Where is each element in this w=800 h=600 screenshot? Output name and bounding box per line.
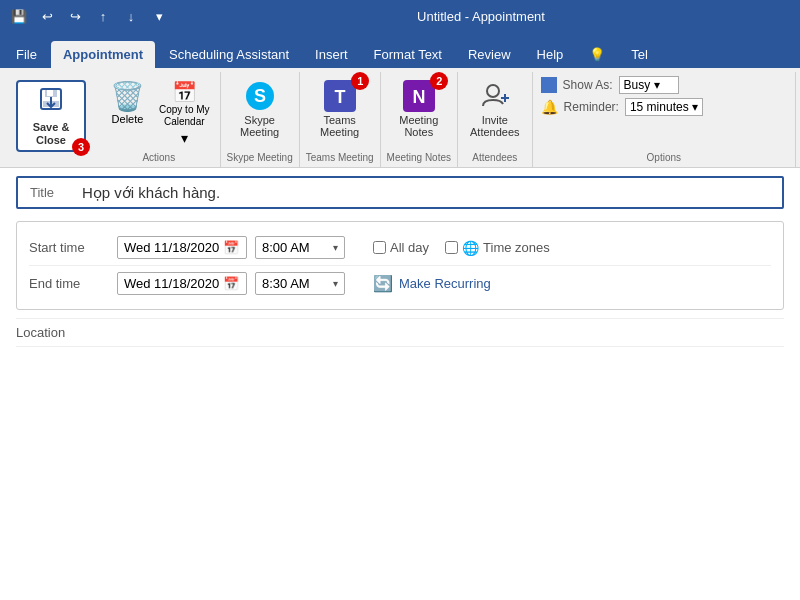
actions-top: 🗑️ Delete 📅 Copy to MyCalendar ▾	[104, 76, 214, 150]
content-area: Title Start time Wed 11/18/2020 📅 8:00 A…	[0, 168, 800, 600]
tab-tel[interactable]: Tel	[619, 41, 660, 68]
svg-point-10	[487, 85, 499, 97]
tab-insert[interactable]: Insert	[303, 41, 360, 68]
teams-label: Teams Meeting	[306, 150, 374, 163]
teams-meeting-button[interactable]: T Teams Meeting 1	[314, 76, 365, 142]
allday-timezone-area: All day 🌐 Time zones	[373, 240, 550, 256]
tab-appointment[interactable]: Appointment	[51, 41, 155, 68]
invite-icon	[479, 80, 511, 112]
up-btn[interactable]: ↑	[92, 5, 114, 27]
skype-meeting-button[interactable]: S Skype Meeting	[234, 76, 285, 142]
show-as-label: Show As:	[563, 78, 613, 92]
skype-icon: S	[244, 80, 276, 112]
timezone-checkbox[interactable]	[445, 241, 458, 254]
location-row: Location	[16, 318, 784, 347]
allday-checkbox-area[interactable]: All day	[373, 240, 429, 255]
quick-access-toolbar: 💾 ↩ ↪ ↑ ↓ ▾	[8, 5, 170, 27]
title-input[interactable]	[78, 178, 782, 207]
tab-review[interactable]: Review	[456, 41, 523, 68]
start-time-picker[interactable]: 8:00 AM ▾	[255, 236, 345, 259]
start-time-label: Start time	[29, 240, 109, 255]
delete-button[interactable]: 🗑️ Delete	[104, 76, 151, 129]
start-calendar-icon: 📅	[223, 240, 239, 255]
actions-label: Actions	[104, 150, 214, 163]
location-label: Location	[16, 325, 96, 340]
form-area: Title Start time Wed 11/18/2020 📅 8:00 A…	[0, 168, 800, 600]
start-time-arrow: ▾	[333, 242, 338, 253]
save-close-label: Save &Close	[33, 121, 70, 147]
end-time-arrow: ▾	[333, 278, 338, 289]
svg-rect-3	[47, 90, 53, 96]
more-qat-btn[interactable]: ▾	[148, 5, 170, 27]
options-label: Options	[541, 150, 787, 163]
svg-text:S: S	[254, 86, 266, 106]
attendees-group: Invite Attendees Attendees	[458, 72, 533, 167]
skype-label: Skype Meeting	[227, 150, 293, 163]
down-btn[interactable]: ↓	[120, 5, 142, 27]
save-close-icon	[37, 85, 65, 119]
show-as-row: Show As: Busy ▾	[541, 76, 787, 94]
tab-file[interactable]: File	[4, 41, 49, 68]
end-time-picker[interactable]: 8:30 AM ▾	[255, 272, 345, 295]
show-as-dropdown[interactable]: Busy ▾	[619, 76, 679, 94]
redo-btn[interactable]: ↪	[64, 5, 86, 27]
ribbon: Save &Close 3 🗑️ Delete 📅 Copy to MyCale…	[0, 68, 800, 168]
teams-icon: T	[324, 80, 356, 112]
ribbon-tabs: File Appointment Scheduling Assistant In…	[0, 32, 800, 68]
tab-scheduling[interactable]: Scheduling Assistant	[157, 41, 301, 68]
datetime-section: Start time Wed 11/18/2020 📅 8:00 AM ▾ Al…	[16, 221, 784, 310]
reminder-row: 🔔 Reminder: 15 minutes ▾	[541, 98, 787, 116]
meeting-notes-label: Meeting Notes	[387, 150, 451, 163]
timezone-label: Time zones	[483, 240, 550, 255]
timezone-button[interactable]: 🌐 Time zones	[445, 240, 550, 256]
allday-checkbox[interactable]	[373, 241, 386, 254]
meeting-notes-button[interactable]: N Meeting Notes 2	[393, 76, 444, 142]
svg-text:N: N	[412, 87, 425, 107]
options-group: Show As: Busy ▾ 🔔 Reminder: 15 minutes ▾…	[533, 72, 796, 167]
badge-1: 1	[351, 72, 369, 90]
tab-formattext[interactable]: Format Text	[362, 41, 454, 68]
badge-3: 3	[72, 138, 90, 156]
bell-icon: 🔔	[541, 99, 558, 115]
badge-2: 2	[430, 72, 448, 90]
end-time-label: End time	[29, 276, 109, 291]
end-date-picker[interactable]: Wed 11/18/2020 📅	[117, 272, 247, 295]
title-label: Title	[18, 179, 78, 206]
start-time-row: Start time Wed 11/18/2020 📅 8:00 AM ▾ Al…	[29, 230, 771, 265]
save-close-button[interactable]: Save &Close 3	[16, 80, 86, 152]
skype-meeting-group: S Skype Meeting Skype Meeting	[221, 72, 300, 167]
allday-label: All day	[390, 240, 429, 255]
copy-to-calendar-button[interactable]: 📅 Copy to MyCalendar ▾	[155, 76, 214, 150]
delete-icon: 🗑️	[110, 80, 145, 113]
save-qat-btn[interactable]: 💾	[8, 5, 30, 27]
actions-group: 🗑️ Delete 📅 Copy to MyCalendar ▾ Actions	[98, 72, 221, 167]
copy-icon: 📅	[172, 80, 197, 104]
end-time-row: End time Wed 11/18/2020 📅 8:30 AM ▾ 🔄 Ma…	[29, 265, 771, 301]
tab-more[interactable]: 💡	[577, 41, 617, 68]
meeting-notes-group: N Meeting Notes 2 Meeting Notes	[381, 72, 458, 167]
teams-meeting-group: T Teams Meeting 1 Teams Meeting	[300, 72, 381, 167]
reminder-label: Reminder:	[564, 100, 619, 114]
tab-help[interactable]: Help	[525, 41, 576, 68]
timezone-globe-icon: 🌐	[462, 240, 479, 256]
undo-btn[interactable]: ↩	[36, 5, 58, 27]
make-recurring-label: Make Recurring	[399, 276, 491, 291]
attendees-label: Attendees	[472, 150, 517, 163]
make-recurring-button[interactable]: 🔄 Make Recurring	[373, 274, 491, 293]
title-row: Title	[16, 176, 784, 209]
reminder-dropdown[interactable]: 15 minutes ▾	[625, 98, 703, 116]
end-calendar-icon: 📅	[223, 276, 239, 291]
window-title: Untitled - Appointment	[170, 9, 792, 24]
invite-attendees-button[interactable]: Invite Attendees	[464, 76, 526, 142]
svg-text:T: T	[334, 87, 345, 107]
start-date-picker[interactable]: Wed 11/18/2020 📅	[117, 236, 247, 259]
title-bar: 💾 ↩ ↪ ↑ ↓ ▾ Untitled - Appointment	[0, 0, 800, 32]
recur-icon: 🔄	[373, 274, 393, 293]
show-as-icon	[541, 77, 557, 93]
location-input[interactable]	[96, 325, 784, 340]
